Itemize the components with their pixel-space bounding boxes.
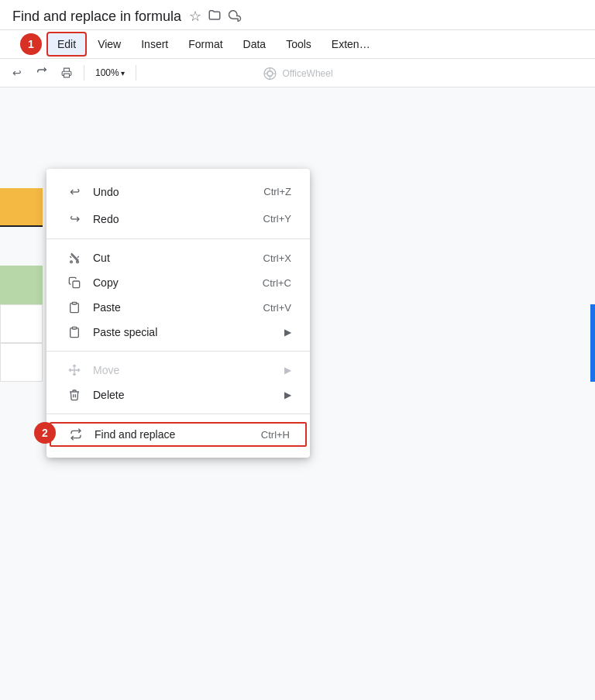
dropdown-item-redo[interactable]: ↪ Redo Ctrl+Y xyxy=(46,205,310,232)
dropdown-item-paste[interactable]: Paste Ctrl+V xyxy=(46,295,310,320)
menu-item-data[interactable]: Data xyxy=(234,33,276,55)
cut-shortcut: Ctrl+X xyxy=(263,252,291,264)
cloud-icon[interactable] xyxy=(228,8,242,25)
cut-icon xyxy=(65,252,84,264)
menu-item-view[interactable]: View xyxy=(88,33,130,55)
paste-label: Paste xyxy=(93,301,245,314)
page-title: Find and replace in formula xyxy=(12,9,181,25)
svg-rect-5 xyxy=(73,281,80,288)
redo-icon: ↪ xyxy=(65,211,84,226)
star-icon[interactable]: ☆ xyxy=(189,8,201,25)
dropdown-item-find-replace[interactable]: Find and replace Ctrl+H xyxy=(50,422,307,447)
dropdown-section-find-replace: 2 Find and replace Ctrl+H xyxy=(46,413,310,451)
undo-label: Undo xyxy=(93,186,245,198)
copy-shortcut: Ctrl+C xyxy=(263,277,291,289)
dropdown-section-move-delete: Move ▶ Delete ▶ xyxy=(46,351,310,410)
svg-point-8 xyxy=(267,71,273,77)
move-icon xyxy=(65,364,84,376)
menu-item-format[interactable]: Format xyxy=(179,33,232,55)
dropdown-item-delete[interactable]: Delete ▶ xyxy=(46,383,310,407)
dropdown-item-copy[interactable]: Copy Ctrl+C xyxy=(46,270,310,295)
find-replace-icon xyxy=(67,428,85,441)
paste-shortcut: Ctrl+V xyxy=(263,302,291,314)
blue-selection-1 xyxy=(590,304,595,343)
cut-label: Cut xyxy=(93,252,245,264)
cell-orange xyxy=(0,188,43,227)
svg-line-4 xyxy=(71,253,78,260)
dropdown-section-clipboard: Cut Ctrl+X Copy Ctrl+C Paste Ctrl+V xyxy=(46,238,310,348)
copy-icon xyxy=(65,276,84,289)
paste-special-icon xyxy=(65,326,84,338)
toolbar-separator-1 xyxy=(84,65,84,81)
menu-item-tools[interactable]: Tools xyxy=(277,33,321,55)
undo-toolbar-button[interactable]: ↩ xyxy=(6,62,28,84)
zoom-chevron-icon: ▾ xyxy=(121,69,125,77)
dropdown-item-undo[interactable]: ↩ Undo Ctrl+Z xyxy=(46,178,310,205)
redo-toolbar-button[interactable] xyxy=(31,62,53,84)
move-arrow-icon: ▶ xyxy=(284,365,291,376)
find-replace-label: Find and replace xyxy=(95,428,242,441)
svg-line-3 xyxy=(71,254,78,261)
cell-green xyxy=(0,266,43,304)
blue-selection-2 xyxy=(590,343,595,382)
cell-white-1 xyxy=(0,304,43,343)
menu-item-edit[interactable]: Edit xyxy=(46,32,87,57)
menu-item-insert[interactable]: Insert xyxy=(132,33,177,55)
delete-arrow-icon: ▶ xyxy=(284,389,291,400)
dropdown-item-paste-special[interactable]: Paste special ▶ xyxy=(46,320,310,345)
menu-item-extensions[interactable]: Exten… xyxy=(322,33,380,55)
paste-special-label: Paste special xyxy=(93,326,278,338)
watermark: OfficeWheel xyxy=(262,66,332,81)
dropdown-section-undo-redo: ↩ Undo Ctrl+Z ↪ Redo Ctrl+Y xyxy=(46,175,310,235)
folder-icon[interactable] xyxy=(208,8,222,25)
print-toolbar-button[interactable] xyxy=(56,62,77,84)
title-bar: Find and replace in formula ☆ xyxy=(0,0,595,30)
cell-divider xyxy=(0,225,43,227)
redo-label: Redo xyxy=(93,213,245,225)
watermark-text: OfficeWheel xyxy=(282,68,332,79)
svg-rect-0 xyxy=(64,74,70,77)
undo-icon: ↩ xyxy=(65,184,84,199)
step-badge-2: 2 xyxy=(34,422,56,444)
copy-label: Copy xyxy=(93,276,244,289)
find-replace-shortcut: Ctrl+H xyxy=(261,429,290,441)
step-badge-1: 1 xyxy=(20,33,42,55)
zoom-dropdown[interactable]: 100% ▾ xyxy=(91,62,129,84)
dropdown-item-move: Move ▶ xyxy=(46,358,310,383)
menu-bar: 1 Edit View Insert Format Data Tools Ext… xyxy=(0,30,595,59)
svg-point-1 xyxy=(71,261,73,263)
svg-rect-7 xyxy=(72,327,76,329)
undo-shortcut: Ctrl+Z xyxy=(263,186,291,197)
paste-icon xyxy=(65,301,84,314)
move-label: Move xyxy=(93,364,278,376)
delete-icon xyxy=(65,389,84,401)
delete-label: Delete xyxy=(93,389,278,401)
edit-dropdown-menu: ↩ Undo Ctrl+Z ↪ Redo Ctrl+Y Cut Ctrl+X xyxy=(46,169,310,458)
svg-rect-6 xyxy=(72,302,76,304)
cell-white-2 xyxy=(0,343,43,382)
title-icons: ☆ xyxy=(189,8,242,25)
toolbar-separator-2 xyxy=(136,65,136,81)
redo-shortcut: Ctrl+Y xyxy=(263,213,291,225)
officewheel-logo-icon xyxy=(262,66,277,81)
paste-special-arrow-icon: ▶ xyxy=(284,327,291,338)
dropdown-item-cut[interactable]: Cut Ctrl+X xyxy=(46,245,310,270)
